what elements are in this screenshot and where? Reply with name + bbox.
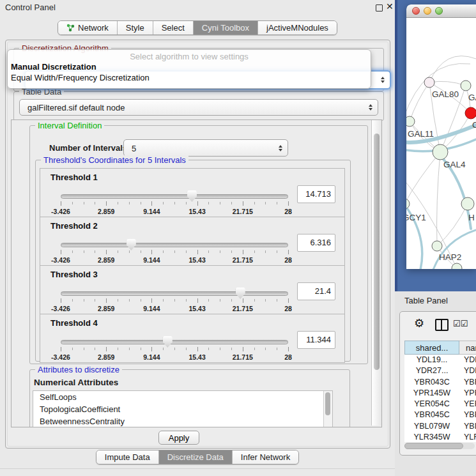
node-label-gal80: GAL80 — [432, 89, 459, 99]
column-header-shared-name[interactable]: shared... — [404, 341, 459, 355]
attributes-listbox[interactable]: SelfLoopsTopologicalCoefficientBetweenne… — [33, 390, 333, 427]
node-gal4[interactable] — [433, 144, 448, 160]
attributes-scrollbar[interactable] — [323, 391, 332, 427]
tab-label: Cyni Toolbox — [202, 23, 249, 33]
threshold-2-slider[interactable]: -3.4262.8599.14415.4321.71528 — [61, 217, 288, 265]
tick-label: 15.43 — [188, 256, 205, 264]
threshold-2-value[interactable]: 6.316 — [297, 234, 335, 252]
threshold-1-value[interactable]: 14.713 — [297, 185, 335, 203]
slider-track[interactable] — [61, 340, 288, 344]
tab-label: Select — [162, 23, 185, 33]
number-of-intervals-combo[interactable]: 5 — [123, 139, 288, 157]
node-gal[interactable] — [461, 81, 471, 91]
table-row[interactable]: YBR043CYBR0 — [404, 377, 476, 388]
network-edge — [437, 204, 468, 246]
settings-vertical-scrollbar[interactable] — [371, 120, 381, 426]
threshold-4-value[interactable]: 11.344 — [297, 331, 335, 349]
attribute-item-betweennesscentrality[interactable]: BetweennessCentrality — [33, 415, 332, 427]
combo-stepper-icon — [279, 145, 282, 151]
node-label-gal4: GAL4 — [443, 160, 466, 169]
table-row[interactable]: YDR27...YDR2 — [404, 365, 476, 376]
tab-discretize-data[interactable]: Discretize Data — [159, 450, 233, 464]
threshold-4-handle[interactable] — [163, 336, 173, 348]
tab-impute-data[interactable]: Impute Data — [96, 450, 159, 464]
settings-scrollbar-thumb[interactable] — [374, 134, 380, 370]
threshold-1-handle[interactable] — [187, 190, 197, 202]
node-gal80[interactable] — [424, 77, 434, 88]
column-header-name[interactable]: name — [459, 341, 476, 355]
attribute-item-selfloops[interactable]: SelfLoops — [33, 391, 332, 403]
attributes-scrollbar-thumb[interactable] — [325, 392, 330, 415]
float-panel-icon[interactable] — [376, 4, 383, 12]
node-selected-red[interactable] — [465, 107, 476, 119]
table-row[interactable]: YDL19...YDL1 — [404, 355, 476, 365]
group-title-interval-definition: Interval Definition — [35, 121, 104, 130]
tab-jactivemnodules[interactable]: jActiveMNodules — [258, 21, 337, 35]
table-row[interactable]: YER054CYER0 — [404, 399, 476, 410]
node-h[interactable] — [461, 197, 474, 210]
table-row[interactable]: YBL079WYBL0 — [404, 421, 476, 432]
slider-track[interactable] — [61, 194, 288, 199]
cell-shared-name: YPR145W — [404, 388, 459, 399]
column-layout-icon[interactable] — [435, 319, 449, 331]
threshold-3-handle[interactable] — [236, 288, 245, 299]
close-traffic-light-icon[interactable] — [412, 7, 420, 15]
cyni-toolbox-panel: Discretization Algorithm Select algorith… — [5, 40, 390, 449]
node-gcy1[interactable] — [406, 199, 410, 209]
tab-style[interactable]: Style — [118, 21, 153, 35]
cell-shared-name: YBR043C — [404, 377, 459, 388]
node-label-gal11: GAL11 — [408, 129, 434, 139]
node-bottom[interactable] — [452, 263, 462, 269]
tick-label: 21.715 — [233, 353, 253, 361]
tick-label: 2.859 — [98, 256, 114, 264]
threshold-1-slider[interactable]: -3.4262.8599.14415.4321.71528 — [61, 169, 288, 217]
group-title-thresholds: Threshold's Coordinates for 5 Intervals — [41, 155, 188, 165]
close-icon[interactable]: ✕ — [386, 1, 394, 12]
divider — [0, 468, 395, 469]
tick-label: 28 — [284, 256, 292, 264]
node-label-hap2: HAP2 — [439, 252, 461, 262]
number-of-intervals-label: Number of Intervals — [49, 143, 127, 153]
select-columns-icon[interactable]: ☑☑ — [453, 319, 468, 328]
tab-select[interactable]: Select — [153, 21, 194, 35]
table-row[interactable]: YBR045CYBR0 — [404, 410, 476, 420]
tick-label: 2.859 — [98, 208, 114, 215]
tab-cyni-toolbox[interactable]: Cyni Toolbox — [194, 21, 258, 35]
node-gal11[interactable] — [406, 116, 415, 127]
apply-button[interactable]: Apply — [158, 431, 199, 445]
tab-group: NetworkStyleSelectCyni ToolboxjActiveMNo… — [58, 20, 337, 35]
node-hap2[interactable] — [432, 241, 442, 251]
algorithm-option-equal-width-frequency-discretization[interactable]: Equal Width/Frequency Discretization — [8, 72, 371, 83]
cell-name: YDR2 — [464, 365, 476, 376]
table-row[interactable]: YPR145WYPR1 — [404, 388, 476, 399]
tab-network[interactable]: Network — [58, 21, 118, 35]
slider-track[interactable] — [61, 243, 288, 247]
attributes-items: SelfLoopsTopologicalCoefficientBetweenne… — [33, 391, 332, 427]
zoom-traffic-light-icon[interactable] — [435, 7, 443, 15]
control-panel: Control Panel ✕ NetworkStyleSelectCyni T… — [0, 0, 395, 476]
network-canvas[interactable]: GAL80GALCGAL11GAL4GCY1HHAP2 — [406, 18, 476, 269]
tab-infer-network[interactable]: Infer Network — [233, 450, 298, 464]
table-horizontal-scrollbar[interactable] — [404, 443, 475, 449]
threshold-3-value[interactable]: 21.4 — [297, 282, 335, 300]
algorithm-option-manual-discretization[interactable]: Manual Discretization — [8, 61, 371, 72]
slider-ticks — [61, 298, 288, 303]
cell-shared-name: YER054C — [404, 399, 459, 410]
threshold-2-handle[interactable] — [127, 239, 136, 250]
bottom-tabbar: Impute DataDiscretize DataInfer Network — [0, 450, 395, 464]
table-subpanel: ⚙ ☑☑ shared... name YDL19...YDL1YDR27...… — [399, 311, 476, 456]
threshold-4-slider[interactable]: -3.4262.8599.14415.4321.71528 — [61, 314, 288, 362]
table-data-combo[interactable]: galFiltered.sif default node — [19, 99, 378, 116]
settings-gear-icon[interactable]: ⚙ — [414, 316, 424, 330]
table-scrollbar-thumb[interactable] — [404, 443, 463, 449]
network-window-titlebar[interactable] — [406, 4, 476, 18]
slider-track[interactable] — [61, 291, 288, 296]
attribute-item-topologicalcoefficient[interactable]: TopologicalCoefficient — [33, 403, 332, 415]
threshold-2-box: Threshold 2-3.4262.8599.14415.4321.71528… — [40, 217, 345, 266]
minimize-traffic-light-icon[interactable] — [424, 7, 431, 15]
tick-label: 21.715 — [233, 208, 253, 215]
tick-label: 2.859 — [98, 305, 114, 312]
panel-title: Control Panel — [5, 3, 56, 12]
threshold-3-slider[interactable]: -3.4262.8599.14415.4321.71528 — [61, 266, 288, 314]
table-row[interactable]: YLR345WYLR3 — [404, 432, 476, 442]
